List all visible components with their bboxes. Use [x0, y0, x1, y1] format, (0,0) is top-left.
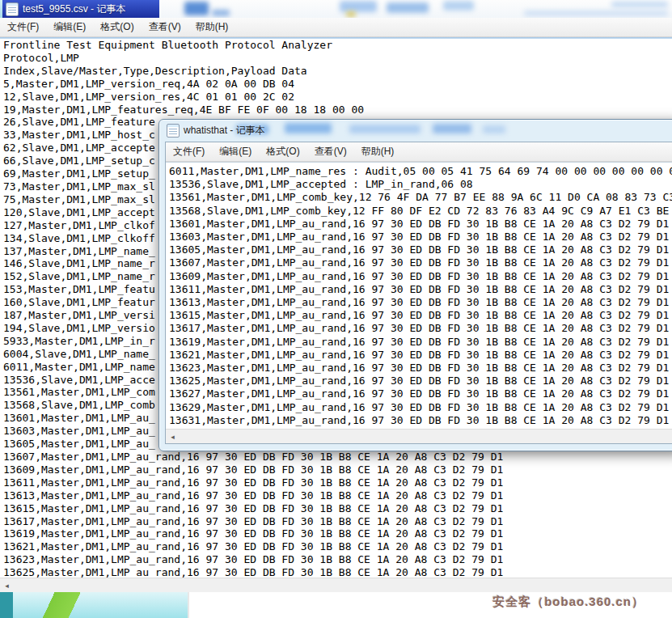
watermark: 安全客（bobao.360.cn）: [492, 595, 645, 610]
blurred-icon: [285, 123, 332, 133]
blurred-icon: [433, 124, 471, 133]
foreground-horizontal-scrollbar[interactable]: ◂: [166, 429, 672, 443]
csv-line: 13615,Master,DM1,LMP_au_rand,16 97 30 ED…: [3, 502, 672, 515]
scroll-left-button[interactable]: ◂: [166, 430, 180, 443]
menu-item[interactable]: 帮助(H): [354, 142, 402, 161]
background-window-title: test5_9955.csv - 记事本: [23, 2, 125, 16]
menu-item[interactable]: 文件(F): [0, 18, 46, 36]
desktop-wallpaper-glimpse: [0, 592, 189, 618]
foreground-notepad-window: whatisthat - 记事本 文件(F)编辑(E)格式(O)查看(V)帮助(…: [158, 119, 672, 451]
menu-item[interactable]: 格式(O): [93, 18, 141, 36]
blurred-icon: [483, 125, 505, 133]
scrollbar-track[interactable]: [180, 430, 672, 443]
csv-line: 13621,Master,DM1,LMP_au_rand,16 97 30 ED…: [3, 540, 672, 553]
foreground-client-area: 文件(F)编辑(E)格式(O)查看(V)帮助(H) 6011,Master,DM…: [165, 142, 672, 444]
csv-line: 13623,Master,DM1,LMP_au_rand,16 97 30 ED…: [169, 362, 672, 375]
csv-line: 13629,Master,DM1,LMP_au_rand,16 97 30 ED…: [169, 401, 672, 414]
csv-line: 6011,Master,DM1,LMP_name_res : Audit,05 …: [169, 165, 672, 178]
blurred-icon: [340, 1, 377, 12]
notepad-icon: [6, 2, 19, 16]
csv-line: 13536,Slave,DM1,LMP_accepted : LMP_in_ra…: [169, 178, 672, 191]
csv-line: 13623,Master,DM1,LMP_au_rand,16 97 30 ED…: [3, 553, 672, 566]
csv-line: 19,Master,DM1,LMP_features_req,4E BF FE …: [3, 104, 672, 116]
csv-line: 13605,Master,DM1,LMP_au_rand,16 97 30 ED…: [169, 243, 672, 256]
csv-line: 13613,Master,DM1,LMP_au_rand,16 97 30 ED…: [169, 296, 672, 309]
csv-line: 13568,Slave,DM1,LMP_comb_key,12 FF 80 DF…: [169, 205, 672, 218]
blurred-icon: [184, 2, 209, 15]
csv-line: 13627,Master,DM1,LMP_au_rand,16 97 30 ED…: [169, 387, 672, 400]
scrollbar-track[interactable]: [14, 578, 672, 593]
menu-item[interactable]: 编辑(E): [212, 142, 259, 161]
menu-item[interactable]: 格式(O): [259, 142, 306, 161]
blurred-icon: [387, 2, 429, 13]
background-menubar: 文件(F)编辑(E)格式(O)查看(V)帮助(H): [0, 18, 672, 37]
csv-line: 13611,Master,DM1,LMP_au_rand,16 97 30 ED…: [169, 283, 672, 296]
csv-line: 13617,Master,DM1,LMP_au_rand,16 97 30 ED…: [3, 515, 672, 528]
csv-line: 13607,Master,DM1,LMP_au_rand,16 97 30 ED…: [169, 256, 672, 269]
csv-line: 13607,Master,DM1,LMP_au_rand,16 97 30 ED…: [3, 451, 672, 464]
notepad-icon: [167, 124, 180, 138]
csv-line: 13603,Master,DM1,LMP_au_rand,16 97 30 ED…: [169, 231, 672, 243]
menu-item[interactable]: 编辑(E): [46, 18, 93, 36]
csv-line: Frontline Test Equipment Bluetooth Proto…: [3, 39, 672, 52]
csv-line: 13561,Master,DM1,LMP_comb_key,12 76 4F D…: [169, 191, 672, 204]
foreground-text-area[interactable]: 6011,Master,DM1,LMP_name_res : Audit,05 …: [166, 163, 672, 429]
menu-item[interactable]: 查看(V): [142, 18, 188, 36]
csv-line: 13625,Master,DM1,LMP_au_rand,16 97 30 ED…: [3, 566, 672, 578]
csv-line: Protocol,LMP: [3, 52, 672, 65]
window-edge: [0, 0, 2, 18]
foreground-menubar: 文件(F)编辑(E)格式(O)查看(V)帮助(H): [166, 142, 672, 162]
menu-item[interactable]: 帮助(H): [188, 18, 236, 36]
foreground-titlebar[interactable]: whatisthat - 记事本: [159, 120, 672, 142]
csv-line: 13625,Master,DM1,LMP_au_rand,16 97 30 ED…: [169, 375, 672, 387]
blurred-text: [611, 2, 668, 7]
blurred-icon: [443, 1, 474, 11]
desktop-strip: 安全客（bobao.360.cn）: [0, 592, 672, 618]
scroll-left-button[interactable]: ◂: [0, 578, 14, 593]
blurred-icon: [349, 125, 421, 133]
csv-line: 13609,Master,DM1,LMP_au_rand,16 97 30 ED…: [169, 270, 672, 283]
csv-line: 13609,Master,DM1,LMP_au_rand,16 97 30 ED…: [3, 464, 672, 476]
csv-line: 5,Master,DM1,LMP_version_req,4A 02 0A 00…: [3, 78, 672, 91]
menu-item[interactable]: 查看(V): [307, 142, 354, 161]
csv-line: 13631,Master,DM1,LMP_au_rand,16 97 30 ED…: [169, 414, 672, 427]
menu-item[interactable]: 文件(F): [166, 142, 212, 161]
csv-line: Index,Slave/Master,Type,Description,Payl…: [3, 65, 672, 78]
csv-line: 13601,Master,DM1,LMP_au_rand,16 97 30 ED…: [169, 218, 672, 231]
foreground-window-title: whatisthat - 记事本: [184, 124, 265, 138]
csv-line: 13621,Master,DM1,LMP_au_rand,16 97 30 ED…: [169, 349, 672, 362]
blurred-text: [524, 11, 668, 16]
blurred-icon: [346, 11, 356, 17]
blurred-icon: [212, 10, 230, 16]
csv-line: 13611,Master,DM1,LMP_au_rand,16 97 30 ED…: [3, 476, 672, 489]
background-titlebar[interactable]: test5_9955.csv - 记事本: [0, 0, 672, 18]
background-horizontal-scrollbar[interactable]: ◂: [0, 578, 672, 593]
csv-line: 13615,Master,DM1,LMP_au_rand,16 97 30 ED…: [169, 309, 672, 322]
background-title-area[interactable]: test5_9955.csv - 记事本: [0, 0, 159, 18]
wallpaper-grass: [15, 592, 136, 618]
csv-line: 13617,Master,DM1,LMP_au_rand,16 97 30 ED…: [169, 322, 672, 335]
csv-line: 13619,Master,DM1,LMP_au_rand,16 97 30 ED…: [3, 527, 672, 540]
csv-line: 13619,Master,DM1,LMP_au_rand,16 97 30 ED…: [169, 336, 672, 349]
taskbar-edge: [0, 592, 13, 618]
csv-line: 13613,Master,DM1,LMP_au_rand,16 97 30 ED…: [3, 489, 672, 502]
csv-line: 12,Slave,DM1,LMP_version_res,4C 01 01 00…: [3, 91, 672, 104]
